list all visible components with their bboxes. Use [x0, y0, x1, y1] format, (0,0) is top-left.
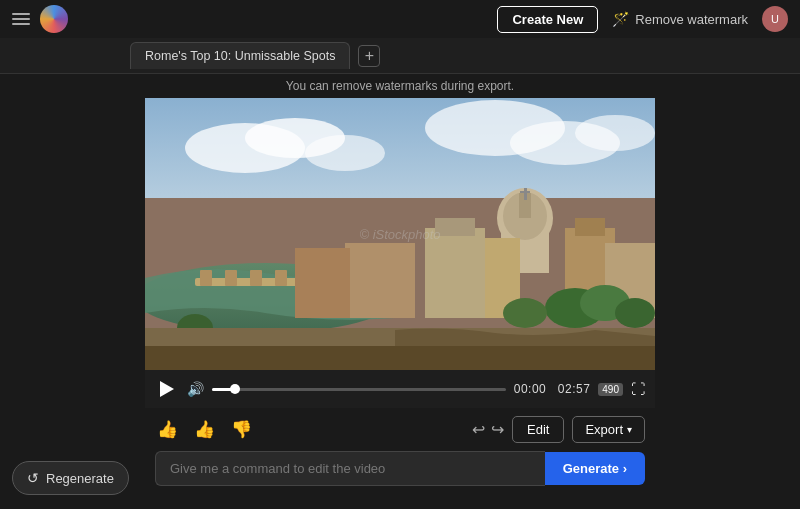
command-row: Generate › [145, 451, 655, 494]
header-right: Create New 🪄 Remove watermark U [497, 6, 788, 33]
svg-rect-28 [295, 248, 350, 318]
undo-redo-group: ↩ ↪ [472, 420, 504, 439]
undo-button[interactable]: ↩ [472, 420, 485, 439]
redo-icon: ↪ [491, 421, 504, 438]
progress-bar[interactable] [212, 388, 506, 391]
wand-icon: 🪄 [612, 11, 629, 27]
video-container: © iStockphoto 🔊 00:00 02:57 490 [145, 98, 655, 408]
action-row: 👍 👍 👎 ↩ ↪ Edit Export ▾ [145, 408, 655, 451]
svg-rect-21 [425, 228, 485, 318]
play-icon [160, 381, 174, 397]
thumbs-up-outline-button[interactable]: 👍 [192, 417, 217, 442]
svg-rect-35 [145, 346, 655, 370]
svg-point-6 [575, 115, 655, 151]
regenerate-icon: ↺ [27, 470, 39, 486]
tab-bar: Rome's Top 10: Unmissable Spots + [0, 38, 800, 74]
svg-rect-11 [225, 270, 237, 286]
svg-rect-13 [275, 270, 287, 286]
video-frame[interactable]: © iStockphoto [145, 98, 655, 370]
edit-button[interactable]: Edit [512, 416, 564, 443]
regenerate-button[interactable]: ↺ Regenerate [12, 461, 129, 495]
edit-export-buttons: ↩ ↪ Edit Export ▾ [472, 416, 645, 443]
time-display: 00:00 02:57 [514, 382, 591, 396]
reaction-buttons: 👍 👍 👎 [155, 417, 254, 442]
avatar[interactable]: U [762, 6, 788, 32]
play-button[interactable] [155, 377, 179, 401]
thumbs-up-outline-icon: 👍 [194, 420, 215, 439]
export-label: Export [585, 422, 623, 437]
create-new-button[interactable]: Create New [497, 6, 598, 33]
progress-thumb [230, 384, 240, 394]
svg-rect-19 [524, 188, 527, 200]
redo-button[interactable]: ↪ [491, 420, 504, 439]
svg-rect-22 [435, 218, 475, 236]
thumbs-up-solid-icon: 👍 [157, 420, 178, 439]
header-left [12, 5, 68, 33]
tab-label: Rome's Top 10: Unmissable Spots [145, 49, 335, 63]
video-image [145, 98, 655, 370]
thumbs-down-button[interactable]: 👎 [229, 417, 254, 442]
video-controls: 🔊 00:00 02:57 490 ⛶ [145, 370, 655, 408]
command-input[interactable] [155, 451, 545, 486]
tab-rome[interactable]: Rome's Top 10: Unmissable Spots [130, 42, 350, 69]
controls-right: 490 ⛶ [598, 381, 645, 397]
volume-icon: 🔊 [187, 381, 204, 397]
svg-point-3 [305, 135, 385, 171]
svg-rect-25 [575, 218, 605, 236]
svg-rect-12 [250, 270, 262, 286]
main-area: © iStockphoto 🔊 00:00 02:57 490 [0, 98, 800, 494]
thumbs-up-solid-button[interactable]: 👍 [155, 417, 180, 442]
fullscreen-button[interactable]: ⛶ [631, 381, 645, 397]
add-tab-button[interactable]: + [358, 45, 380, 67]
watermark-notice: You can remove watermarks during export. [0, 74, 800, 98]
svg-rect-10 [200, 270, 212, 286]
generate-button[interactable]: Generate › [545, 452, 645, 485]
export-button[interactable]: Export ▾ [572, 416, 645, 443]
remove-watermark-button[interactable]: 🪄 Remove watermark [612, 11, 748, 27]
current-time: 00:00 [514, 382, 547, 396]
fullscreen-icon: ⛶ [631, 381, 645, 397]
svg-rect-20 [520, 191, 530, 193]
chevron-down-icon: ▾ [627, 424, 632, 435]
layers-badge: 490 [598, 383, 623, 396]
remove-watermark-label: Remove watermark [635, 12, 748, 27]
logo-icon [40, 5, 68, 33]
undo-icon: ↩ [472, 421, 485, 438]
svg-point-31 [615, 298, 655, 328]
hamburger-icon[interactable] [12, 13, 30, 25]
duration: 02:57 [558, 382, 591, 396]
svg-point-32 [503, 298, 547, 328]
volume-button[interactable]: 🔊 [187, 381, 204, 397]
thumbs-down-icon: 👎 [231, 420, 252, 439]
regenerate-label: Regenerate [46, 471, 114, 486]
svg-rect-27 [345, 243, 415, 318]
header: Create New 🪄 Remove watermark U [0, 0, 800, 38]
